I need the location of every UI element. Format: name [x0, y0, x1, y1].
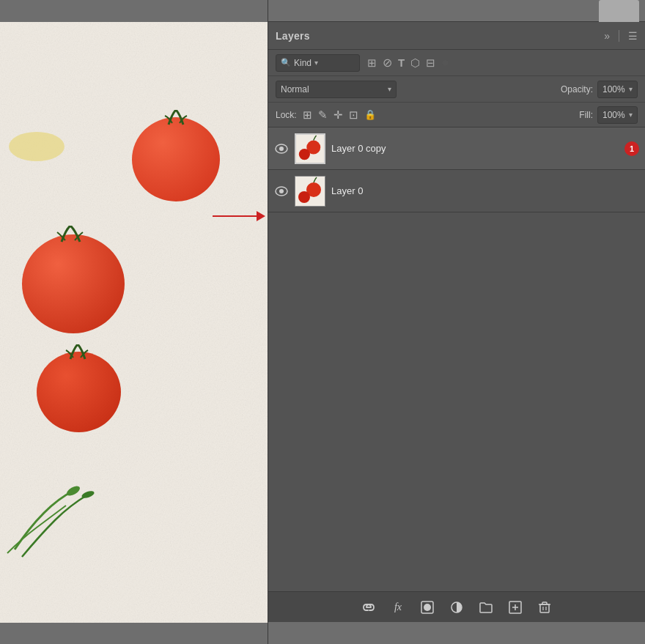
layer-name: Layer 0 — [331, 185, 639, 196]
blend-mode-value: Normal — [281, 84, 309, 95]
smart-filter-icon[interactable]: ⊟ — [426, 56, 435, 70]
svg-point-11 — [279, 189, 284, 193]
kind-filter-dropdown[interactable]: 🔍 Kind ▾ — [276, 54, 360, 72]
herbs — [0, 476, 147, 564]
fx-label: fx — [394, 602, 402, 613]
panel-top-bar — [268, 0, 645, 22]
blend-chevron: ▾ — [388, 85, 391, 93]
layer-visibility-toggle[interactable] — [274, 144, 289, 154]
canvas-bottom-strip — [0, 623, 268, 644]
kind-row: 🔍 Kind ▾ ⊞ ⊘ T ⬡ ⊟ ● — [268, 50, 645, 76]
svg-rect-22 — [540, 604, 549, 612]
tomato-1 — [132, 117, 220, 201]
panel-header: Layers » ☰ — [268, 22, 645, 50]
opacity-group: Opacity: 100% ▾ — [561, 81, 638, 98]
panel-header-icons: » ☰ — [604, 30, 638, 42]
eye-icon — [275, 186, 288, 196]
svg-point-17 — [424, 604, 431, 611]
header-divider — [619, 30, 619, 42]
svg-point-6 — [279, 147, 284, 151]
panel-title: Layers — [276, 30, 310, 42]
layer-thumbnail — [295, 133, 325, 164]
link-layers-button[interactable] — [359, 598, 378, 617]
adjustment-icon — [450, 601, 463, 614]
lock-all-icon[interactable]: 🔒 — [364, 109, 376, 120]
canvas-top-bar — [0, 0, 268, 22]
blend-row: Normal ▾ Opacity: 100% ▾ — [268, 76, 645, 103]
layer-visibility-toggle[interactable] — [274, 186, 289, 196]
canvas-area — [0, 0, 268, 644]
opacity-label: Opacity: — [561, 84, 593, 95]
blend-mode-dropdown[interactable]: Normal ▾ — [276, 81, 397, 98]
lock-artboard-icon[interactable]: ⊡ — [349, 108, 358, 122]
kind-icons: ⊞ ⊘ T ⬡ ⊟ ● — [367, 55, 449, 70]
fill-label: Fill: — [579, 110, 593, 120]
fill-chevron: ▾ — [629, 111, 633, 119]
opacity-chevron: ▾ — [629, 85, 633, 93]
search-icon: 🔍 — [281, 58, 291, 67]
fill-input[interactable]: 100% ▾ — [597, 106, 638, 124]
layer-thumbnail — [295, 176, 325, 207]
layers-list: Layer 0 copy 1 Layer 0 — [268, 127, 645, 591]
svg-point-9 — [299, 149, 310, 160]
adjustment-filter-icon[interactable]: ⊘ — [383, 56, 392, 70]
tomato-3 — [37, 352, 121, 432]
fill-value-text: 100% — [602, 110, 625, 120]
new-layer-button[interactable] — [506, 598, 525, 617]
selection-arrow — [213, 211, 265, 221]
layers-panel: Layers » ☰ 🔍 Kind ▾ ⊞ ⊘ T ⬡ ⊟ ● Normal ▾… — [268, 0, 645, 644]
lock-image-icon[interactable]: ✎ — [318, 108, 328, 122]
opacity-input[interactable]: 100% ▾ — [597, 81, 638, 98]
lock-row: Lock: ⊞ ✎ ✛ ⊡ 🔒 Fill: 100% ▾ — [268, 103, 645, 127]
lock-pixels-icon[interactable]: ⊞ — [303, 108, 312, 122]
type-filter-icon[interactable]: T — [398, 56, 405, 69]
svg-point-2 — [9, 132, 64, 161]
shape-filter-icon[interactable]: ⬡ — [410, 56, 420, 70]
canvas-image — [0, 22, 268, 623]
layers-toolbar: fx — [268, 591, 645, 622]
pixel-filter-icon[interactable]: ⊞ — [367, 56, 377, 70]
mask-icon — [421, 601, 434, 614]
thumbnail-image — [295, 177, 325, 206]
layer-name: Layer 0 copy — [331, 143, 619, 154]
expand-icon[interactable]: » — [604, 30, 610, 42]
layer-item[interactable]: Layer 0 copy 1 — [268, 127, 645, 170]
kind-label: Kind — [294, 58, 312, 68]
panel-bottom-strip — [268, 622, 645, 644]
fill-group: Fill: 100% ▾ — [579, 106, 638, 124]
ingredient — [7, 125, 66, 169]
tomato-2 — [22, 234, 125, 333]
eye-icon — [275, 144, 288, 154]
layers-empty-space — [268, 212, 645, 432]
delete-layer-button[interactable] — [535, 598, 554, 617]
opacity-value-text: 100% — [602, 84, 625, 95]
add-mask-button[interactable] — [418, 598, 437, 617]
trash-icon — [538, 601, 551, 614]
panel-top-accent — [599, 0, 639, 22]
thumbnail-image — [296, 134, 324, 163]
new-group-button[interactable] — [476, 598, 495, 617]
new-layer-icon — [509, 601, 522, 614]
color-filter-icon[interactable]: ● — [441, 55, 449, 70]
layer-item[interactable]: Layer 0 — [268, 170, 645, 212]
menu-icon[interactable]: ☰ — [628, 30, 638, 42]
svg-point-3 — [65, 484, 81, 498]
lock-position-icon[interactable]: ✛ — [333, 108, 343, 122]
svg-point-14 — [298, 191, 310, 203]
fx-button[interactable]: fx — [388, 598, 408, 617]
lock-icons: ⊞ ✎ ✛ ⊡ 🔒 — [303, 108, 376, 122]
layer-badge: 1 — [624, 141, 639, 156]
folder-icon — [479, 601, 493, 614]
lock-label: Lock: — [276, 110, 297, 120]
new-adjustment-button[interactable] — [447, 598, 466, 617]
link-icon — [362, 601, 375, 614]
kind-chevron: ▾ — [314, 59, 318, 67]
